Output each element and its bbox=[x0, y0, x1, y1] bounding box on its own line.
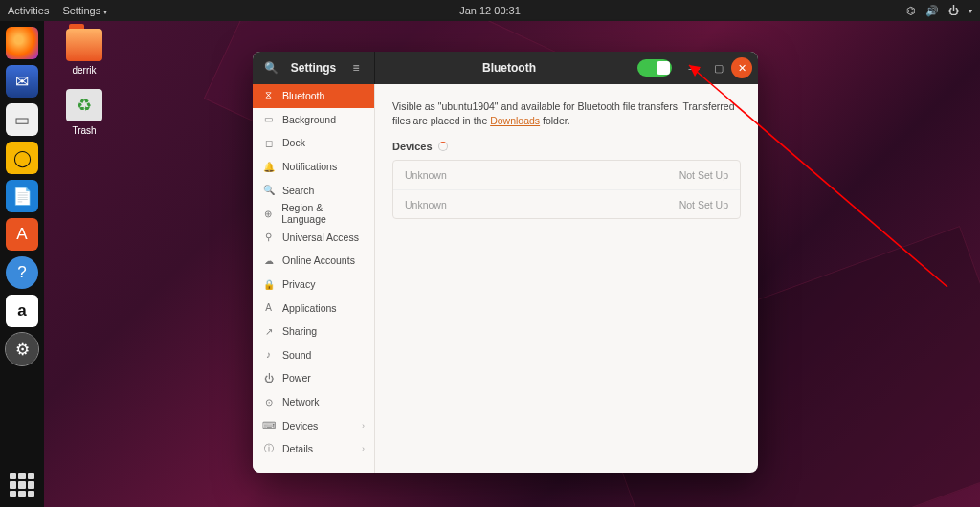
trash-icon bbox=[66, 89, 102, 121]
top-panel: Activities Settings▾ Jan 12 00:31 ⌬ 🔊 ⏻ … bbox=[0, 0, 980, 21]
notifications-icon: 🔔 bbox=[262, 162, 275, 172]
settings-sidebar: ⧖Bluetooth▭Background◻Dock🔔Notifications… bbox=[253, 84, 375, 473]
sidebar-item-power[interactable]: ⏻Power bbox=[253, 366, 374, 390]
scanning-spinner-icon bbox=[438, 142, 448, 151]
network-icon[interactable]: ⌬ bbox=[906, 5, 916, 17]
online-accounts-icon: ☁ bbox=[262, 255, 275, 266]
minimize-button[interactable]: — bbox=[681, 55, 706, 80]
device-row[interactable]: UnknownNot Set Up bbox=[393, 161, 740, 189]
dock-app-thunderbird[interactable]: ✉ bbox=[6, 65, 38, 98]
bluetooth-toggle[interactable] bbox=[637, 59, 672, 77]
close-icon: ✕ bbox=[738, 62, 746, 75]
activities-button[interactable]: Activities bbox=[8, 5, 49, 16]
volume-icon[interactable]: 🔊 bbox=[925, 5, 939, 17]
menu-icon: ≡ bbox=[352, 61, 359, 75]
dock-app-help[interactable]: ? bbox=[6, 256, 38, 289]
desktop-icon-label: derrik bbox=[56, 65, 113, 76]
dock-app-files[interactable]: ▭ bbox=[6, 103, 38, 136]
dock-app-firefox[interactable] bbox=[6, 27, 38, 59]
bluetooth-description: Visible as "ubuntu1904" and available fo… bbox=[392, 99, 741, 127]
search-button[interactable]: 🔍 bbox=[258, 55, 283, 80]
details-icon: ⓘ bbox=[262, 442, 275, 455]
dock-app-software[interactable]: A bbox=[6, 218, 38, 251]
sidebar-item-devices[interactable]: ⌨Devices› bbox=[253, 413, 374, 437]
sidebar-item-background[interactable]: ▭Background bbox=[253, 108, 374, 132]
search-icon: 🔍 bbox=[262, 185, 275, 195]
sidebar-item-label: Background bbox=[282, 114, 336, 125]
maximize-button[interactable]: ▢ bbox=[706, 55, 731, 80]
sidebar-item-label: Dock bbox=[282, 137, 305, 148]
chevron-right-icon: › bbox=[362, 444, 365, 453]
maximize-icon: ▢ bbox=[714, 62, 724, 75]
sidebar-item-label: Network bbox=[282, 396, 320, 408]
app-menu-settings[interactable]: Settings▾ bbox=[62, 5, 107, 16]
chevron-down-icon[interactable]: ▾ bbox=[969, 7, 972, 15]
home-folder-icon bbox=[66, 29, 102, 61]
device-status: Not Set Up bbox=[679, 199, 728, 210]
sidebar-item-label: Sound bbox=[282, 349, 311, 361]
sidebar-item-label: Applications bbox=[282, 302, 337, 314]
desktop-home-folder[interactable]: derrik bbox=[56, 29, 113, 76]
dock-app-amazon[interactable]: a bbox=[6, 295, 38, 327]
sidebar-item-notifications[interactable]: 🔔Notifications bbox=[253, 155, 374, 179]
sidebar-item-details[interactable]: ⓘDetails› bbox=[253, 437, 374, 461]
close-button[interactable]: ✕ bbox=[731, 57, 752, 78]
sidebar-item-applications[interactable]: AApplications bbox=[253, 296, 374, 320]
app-menu-label: Settings bbox=[62, 5, 100, 16]
background-icon: ▭ bbox=[262, 114, 275, 124]
sidebar-item-sharing[interactable]: ↗Sharing bbox=[253, 320, 374, 343]
power-icon: ⏻ bbox=[262, 373, 275, 384]
desktop-trash[interactable]: Trash bbox=[56, 89, 113, 136]
desktop-icon-label: Trash bbox=[56, 125, 113, 136]
sidebar-item-label: Region & Language bbox=[281, 202, 365, 225]
dock-app-writer[interactable]: 📄 bbox=[6, 180, 38, 212]
sidebar-item-bluetooth[interactable]: ⧖Bluetooth bbox=[253, 84, 374, 108]
sidebar-item-search[interactable]: 🔍Search bbox=[253, 178, 374, 202]
sidebar-header-title: Settings bbox=[283, 61, 344, 75]
privacy-icon: 🔒 bbox=[262, 279, 275, 290]
applications-icon: A bbox=[262, 302, 275, 313]
dock-app-settings[interactable]: ⚙ bbox=[6, 333, 38, 365]
minimize-icon: — bbox=[689, 62, 700, 74]
device-name: Unknown bbox=[405, 169, 447, 181]
devices-icon: ⌨ bbox=[262, 420, 275, 430]
power-icon[interactable]: ⏻ bbox=[948, 5, 959, 16]
device-row[interactable]: UnknownNot Set Up bbox=[393, 189, 740, 218]
show-applications-button[interactable] bbox=[10, 473, 34, 497]
chevron-right-icon: › bbox=[362, 421, 365, 430]
sharing-icon: ↗ bbox=[262, 326, 275, 337]
bluetooth-panel: Visible as "ubuntu1904" and available fo… bbox=[375, 84, 758, 473]
sidebar-item-label: Bluetooth bbox=[282, 90, 324, 101]
downloads-link[interactable]: Downloads bbox=[490, 115, 540, 126]
sidebar-item-privacy[interactable]: 🔒Privacy bbox=[253, 273, 374, 297]
devices-heading: Devices bbox=[392, 141, 741, 152]
sidebar-item-dock[interactable]: ◻Dock bbox=[253, 131, 374, 155]
sidebar-item-label: Privacy bbox=[282, 278, 315, 290]
dock: ✉ ▭ ◯ 📄 A ? a ⚙ bbox=[0, 21, 44, 507]
sidebar-item-sound[interactable]: ♪Sound bbox=[253, 343, 374, 367]
settings-window: 🔍 Settings ≡ Bluetooth — ▢ ✕ ⧖Bluetooth▭… bbox=[253, 52, 758, 473]
clock[interactable]: Jan 12 00:31 bbox=[459, 5, 521, 16]
sidebar-item-label: Search bbox=[282, 185, 314, 196]
sidebar-item-region-language[interactable]: ⊕Region & Language bbox=[253, 202, 374, 226]
sidebar-item-online-accounts[interactable]: ☁Online Accounts bbox=[253, 249, 374, 273]
sidebar-item-label: Power bbox=[282, 372, 311, 384]
window-header: 🔍 Settings ≡ Bluetooth — ▢ ✕ bbox=[253, 52, 758, 84]
sidebar-item-label: Details bbox=[282, 443, 313, 454]
network-icon: ⊙ bbox=[262, 397, 275, 408]
sidebar-item-universal-access[interactable]: ⚲Universal Access bbox=[253, 226, 374, 250]
dock-icon: ◻ bbox=[262, 138, 275, 148]
sidebar-item-label: Notifications bbox=[282, 161, 337, 172]
sidebar-item-label: Sharing bbox=[282, 325, 317, 337]
sidebar-item-network[interactable]: ⊙Network bbox=[253, 390, 374, 414]
universal-access-icon: ⚲ bbox=[262, 231, 275, 242]
sound-icon: ♪ bbox=[262, 349, 275, 360]
dock-app-rhythmbox[interactable]: ◯ bbox=[6, 142, 38, 174]
bluetooth-icon: ⧖ bbox=[262, 90, 275, 101]
panel-title: Bluetooth bbox=[381, 61, 637, 75]
devices-list: UnknownNot Set UpUnknownNot Set Up bbox=[392, 160, 741, 219]
desktop-icons: derrik Trash bbox=[56, 29, 113, 149]
device-status: Not Set Up bbox=[679, 169, 728, 181]
hamburger-menu-button[interactable]: ≡ bbox=[344, 55, 368, 80]
sidebar-item-label: Online Accounts bbox=[282, 254, 355, 266]
